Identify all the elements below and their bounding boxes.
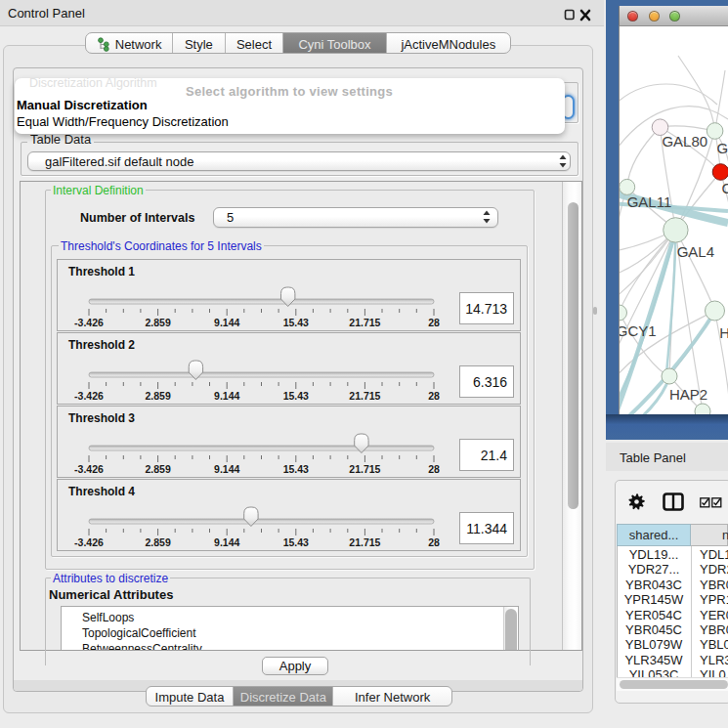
svg-text:9.144: 9.144 [214, 463, 239, 475]
svg-text:28: 28 [428, 317, 440, 328]
svg-text:HAP2: HAP2 [669, 386, 707, 403]
svg-text:15.43: 15.43 [283, 390, 309, 402]
svg-text:2.859: 2.859 [145, 390, 170, 402]
svg-text:28: 28 [428, 536, 440, 548]
svg-text:-3.426: -3.426 [74, 536, 104, 548]
svg-text:15.43: 15.43 [283, 317, 309, 328]
svg-text:GAL11: GAL11 [627, 193, 672, 210]
svg-text:28: 28 [428, 390, 440, 402]
svg-text:H: H [719, 324, 728, 341]
svg-text:9.144: 9.144 [214, 390, 239, 402]
svg-text:-3.426: -3.426 [74, 463, 104, 475]
svg-text:-3.426: -3.426 [74, 317, 104, 328]
svg-text:C: C [722, 180, 728, 196]
svg-text:9.144: 9.144 [214, 317, 239, 328]
svg-text:GAL80: GAL80 [662, 133, 707, 150]
svg-text:21.715: 21.715 [349, 390, 380, 402]
svg-text:21.715: 21.715 [349, 463, 380, 475]
svg-text:28: 28 [428, 463, 440, 475]
svg-text:2.859: 2.859 [145, 536, 170, 548]
svg-text:2.859: 2.859 [145, 463, 170, 475]
svg-text:21.715: 21.715 [349, 536, 380, 548]
svg-text:GA: GA [717, 140, 728, 156]
svg-text:15.43: 15.43 [283, 536, 309, 548]
svg-text:-3.426: -3.426 [74, 390, 104, 402]
svg-text:9.144: 9.144 [214, 536, 239, 548]
svg-text:GAL4: GAL4 [677, 243, 714, 260]
svg-text:15.43: 15.43 [283, 463, 309, 475]
svg-text:GCY1: GCY1 [620, 322, 657, 339]
svg-text:2.859: 2.859 [145, 317, 170, 328]
svg-text:21.715: 21.715 [349, 317, 380, 328]
